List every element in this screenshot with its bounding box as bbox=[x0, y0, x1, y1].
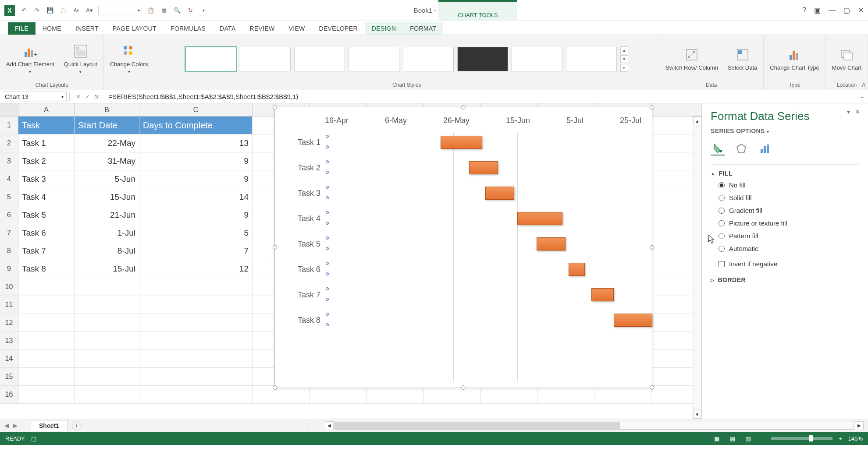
row-header[interactable]: 14 bbox=[0, 350, 18, 367]
undo-icon[interactable]: ↶ bbox=[19, 6, 28, 15]
row-header[interactable]: 3 bbox=[0, 152, 18, 170]
row-header[interactable]: 1 bbox=[0, 116, 18, 134]
font-increase-icon[interactable]: A▾ bbox=[85, 6, 94, 15]
chart-resize-handle[interactable] bbox=[650, 245, 654, 250]
gantt-bar[interactable] bbox=[517, 212, 562, 225]
chart-resize-handle[interactable] bbox=[273, 385, 277, 390]
chart-style-8[interactable] bbox=[566, 47, 617, 71]
embedded-chart[interactable]: 16-Apr6-May26-May15-Jun5-Jul25-Jul Task … bbox=[274, 107, 652, 388]
gantt-bar[interactable] bbox=[569, 263, 585, 276]
scroll-down-icon[interactable]: ▼ bbox=[693, 410, 701, 419]
paste-icon[interactable]: 📋 bbox=[146, 6, 155, 15]
cell[interactable] bbox=[139, 350, 253, 367]
cell[interactable]: 21-Jun bbox=[75, 206, 139, 224]
gallery-up-icon[interactable]: ▲ bbox=[620, 46, 628, 54]
tab-page-layout[interactable]: PAGE LAYOUT bbox=[106, 22, 164, 35]
name-box[interactable]: Chart 13 ▾ bbox=[2, 92, 67, 102]
row-header[interactable]: 11 bbox=[0, 296, 18, 314]
chart-resize-handle[interactable] bbox=[650, 385, 654, 390]
tab-review[interactable]: REVIEW bbox=[243, 22, 282, 35]
scroll-right-icon[interactable]: ▶ bbox=[855, 421, 864, 430]
cell[interactable]: 7 bbox=[139, 242, 253, 260]
zoom-level-label[interactable]: 145% bbox=[848, 435, 863, 442]
cell[interactable] bbox=[18, 296, 75, 314]
page-break-view-icon[interactable]: ▥ bbox=[743, 434, 753, 442]
scroll-left-icon[interactable]: ◀ bbox=[325, 421, 334, 430]
cell[interactable]: Task bbox=[18, 116, 75, 134]
cell[interactable]: Task 1 bbox=[18, 134, 75, 152]
tab-design[interactable]: DESIGN bbox=[365, 22, 403, 35]
gantt-bar[interactable] bbox=[469, 161, 498, 174]
hscroll-track[interactable] bbox=[334, 422, 854, 430]
zoom-in-icon[interactable]: + bbox=[839, 435, 842, 442]
cell[interactable]: 5-Jun bbox=[75, 170, 139, 188]
fill-line-icon[interactable] bbox=[711, 141, 725, 155]
cell[interactable] bbox=[75, 332, 139, 349]
grid-icon[interactable]: ▦ bbox=[160, 6, 168, 15]
ribbon-options-icon[interactable]: ▣ bbox=[814, 6, 821, 14]
row-header[interactable]: 6 bbox=[0, 206, 18, 224]
cell[interactable]: 9 bbox=[139, 170, 253, 188]
vscroll-track[interactable] bbox=[693, 125, 701, 410]
normal-view-icon[interactable]: ▦ bbox=[712, 434, 722, 442]
tab-insert[interactable]: INSERT bbox=[68, 22, 106, 35]
chart-style-1[interactable] bbox=[185, 47, 236, 71]
minimize-icon[interactable]: — bbox=[829, 6, 836, 14]
chart-resize-handle[interactable] bbox=[461, 385, 466, 390]
customize-qat-icon[interactable]: ▾ bbox=[199, 6, 208, 15]
row-header[interactable]: 16 bbox=[0, 386, 18, 403]
row-header[interactable]: 15 bbox=[0, 368, 18, 385]
cell[interactable] bbox=[423, 386, 480, 403]
tab-formulas[interactable]: FORMULAS bbox=[164, 22, 213, 35]
cell[interactable]: Task 4 bbox=[18, 188, 75, 206]
row-header[interactable]: 8 bbox=[0, 242, 18, 260]
cell[interactable] bbox=[18, 332, 75, 349]
scroll-up-icon[interactable]: ▲ bbox=[693, 116, 701, 125]
cell[interactable]: Task 8 bbox=[18, 260, 75, 278]
select-data-button[interactable]: Select Data bbox=[725, 45, 760, 73]
cell[interactable] bbox=[75, 368, 139, 385]
font-dropdown[interactable]: ▾ bbox=[98, 6, 142, 15]
sheet-nav-next-icon[interactable]: ▶ bbox=[13, 422, 18, 429]
quick-layout-button[interactable]: Quick Layout▾ bbox=[61, 42, 100, 76]
add-chart-element-button[interactable]: + Add Chart Element▾ bbox=[4, 42, 57, 76]
name-box-dropdown-icon[interactable]: ▾ bbox=[61, 94, 64, 99]
gallery-more-icon[interactable]: ▾ bbox=[620, 64, 628, 72]
horizontal-scrollbar[interactable]: ◀ ▶ bbox=[325, 421, 864, 430]
cell[interactable]: 22-May bbox=[75, 134, 139, 152]
cell[interactable]: 8-Jul bbox=[75, 242, 139, 260]
formula-bar[interactable]: =SERIES(Sheet1!$B$1,Sheet1!$A$2:$A$9,She… bbox=[105, 93, 855, 100]
cell[interactable] bbox=[253, 386, 309, 403]
effects-icon[interactable] bbox=[734, 141, 748, 155]
cell[interactable]: Start Date bbox=[75, 116, 139, 134]
row-header[interactable]: 13 bbox=[0, 332, 18, 349]
tab-developer[interactable]: DEVELOPER bbox=[312, 22, 365, 35]
cell[interactable]: Days to Complete bbox=[139, 116, 253, 134]
tab-format[interactable]: FORMAT bbox=[403, 22, 443, 35]
page-layout-view-icon[interactable]: ▤ bbox=[728, 434, 737, 442]
tab-home[interactable]: HOME bbox=[36, 22, 68, 35]
sheet-tab-sheet1[interactable]: Sheet1 bbox=[31, 420, 68, 431]
chart-style-6[interactable] bbox=[457, 47, 508, 71]
tab-data[interactable]: DATA bbox=[213, 22, 242, 35]
move-chart-button[interactable]: Move Chart bbox=[829, 45, 864, 73]
gallery-down-icon[interactable]: ▼ bbox=[620, 55, 628, 63]
gantt-bar[interactable] bbox=[485, 187, 514, 200]
series-options-icon[interactable] bbox=[758, 141, 772, 155]
row-header[interactable]: 4 bbox=[0, 170, 18, 188]
row-header[interactable]: 12 bbox=[0, 314, 18, 332]
cell[interactable] bbox=[139, 314, 253, 332]
cancel-formula-icon[interactable]: ✕ bbox=[76, 93, 81, 100]
cell[interactable] bbox=[139, 386, 253, 403]
cell[interactable] bbox=[18, 314, 75, 332]
chart-style-5[interactable] bbox=[403, 47, 454, 71]
cell[interactable] bbox=[75, 278, 139, 296]
add-sheet-button[interactable]: + bbox=[72, 421, 82, 431]
radio-no-fill[interactable]: No fill bbox=[719, 181, 859, 189]
series-options-dropdown[interactable]: SERIES OPTIONS ▾ bbox=[711, 127, 859, 134]
radio-picture-fill[interactable]: Picture or texture fill bbox=[719, 219, 859, 227]
cell[interactable] bbox=[75, 350, 139, 367]
row-header[interactable]: 2 bbox=[0, 134, 18, 152]
task-pane-options-icon[interactable]: ▾ bbox=[847, 109, 850, 115]
sheet-nav-prev-icon[interactable]: ◀ bbox=[4, 422, 9, 429]
